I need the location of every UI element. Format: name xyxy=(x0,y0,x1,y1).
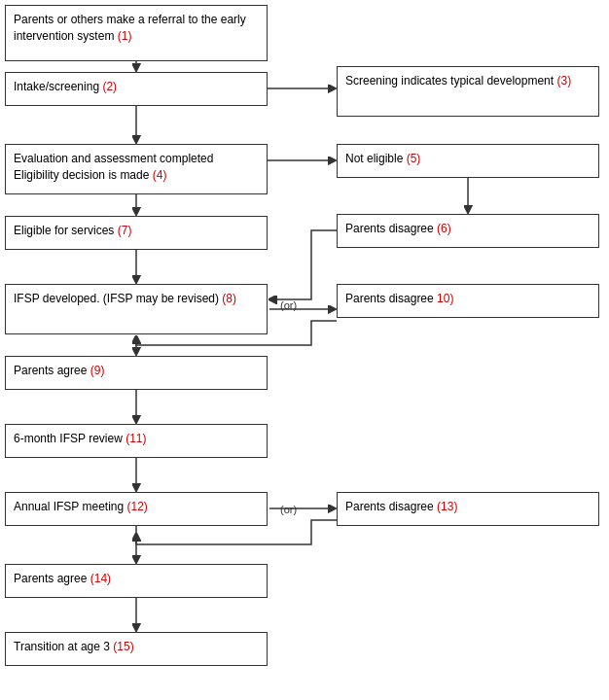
box-num-b13: (13) xyxy=(437,500,457,513)
box-num-b9: 10) xyxy=(437,292,453,305)
box-label-b8: IFSP developed. (IFSP may be revised) (8… xyxy=(14,292,236,305)
box-b7: Eligible for services (7) xyxy=(5,216,268,250)
box-b11: 6-month IFSP review (11) xyxy=(5,424,268,458)
box-b6: Parents disagree (6) xyxy=(337,214,599,248)
box-b8: IFSP developed. (IFSP may be revised) (8… xyxy=(5,284,268,334)
box-b14: Parents agree (14) xyxy=(5,564,268,598)
box-num-b2: (2) xyxy=(102,80,117,93)
or-label-1: (or) xyxy=(280,299,297,311)
box-b10: Parents agree (9) xyxy=(5,356,268,390)
box-num-b15: (15) xyxy=(113,640,133,653)
box-label-b1: Parents or others make a referral to the… xyxy=(14,13,246,43)
box-b5: Not eligible (5) xyxy=(337,144,599,178)
box-num-b1: (1) xyxy=(118,29,132,43)
box-label-b12: Annual IFSP meeting (12) xyxy=(14,500,148,513)
box-num-b12: (12) xyxy=(127,500,148,513)
box-label-b9: Parents disagree 10) xyxy=(345,292,453,305)
box-num-b7: (7) xyxy=(118,224,132,237)
box-label-b5: Not eligible (5) xyxy=(345,152,420,165)
box-num-b14: (14) xyxy=(90,572,111,585)
box-label-b2: Intake/screening (2) xyxy=(14,80,117,93)
box-b15: Transition at age 3 (15) xyxy=(5,632,268,666)
or-label-2: (or) xyxy=(280,504,297,515)
box-num-b6: (6) xyxy=(437,222,451,235)
box-b2: Intake/screening (2) xyxy=(5,72,268,106)
box-label-b13: Parents disagree (13) xyxy=(345,500,457,513)
box-num-b8: (8) xyxy=(222,292,236,305)
box-label-b6: Parents disagree (6) xyxy=(345,222,451,235)
box-label-b15: Transition at age 3 (15) xyxy=(14,640,134,653)
box-b1: Parents or others make a referral to the… xyxy=(5,5,268,61)
diagram: Parents or others make a referral to the… xyxy=(0,0,609,16)
box-b9: Parents disagree 10) xyxy=(337,284,599,318)
box-num-b11: (11) xyxy=(125,432,146,445)
box-label-b7: Eligible for services (7) xyxy=(14,224,131,237)
box-b3: Screening indicates typical development … xyxy=(337,66,599,117)
box-label-b11: 6-month IFSP review (11) xyxy=(14,432,147,445)
box-b13: Parents disagree (13) xyxy=(337,492,599,526)
box-b12: Annual IFSP meeting (12) xyxy=(5,492,268,526)
box-b4: Evaluation and assessment completed Elig… xyxy=(5,144,268,194)
box-num-b5: (5) xyxy=(407,152,421,165)
box-num-b4: (4) xyxy=(153,168,167,182)
box-label-b4: Evaluation and assessment completed Elig… xyxy=(14,152,213,182)
box-label-b10: Parents agree (9) xyxy=(14,364,104,377)
box-label-b3: Screening indicates typical development … xyxy=(345,74,571,88)
box-num-b3: (3) xyxy=(556,74,571,88)
box-num-b10: (9) xyxy=(90,364,105,377)
box-label-b14: Parents agree (14) xyxy=(14,572,111,585)
